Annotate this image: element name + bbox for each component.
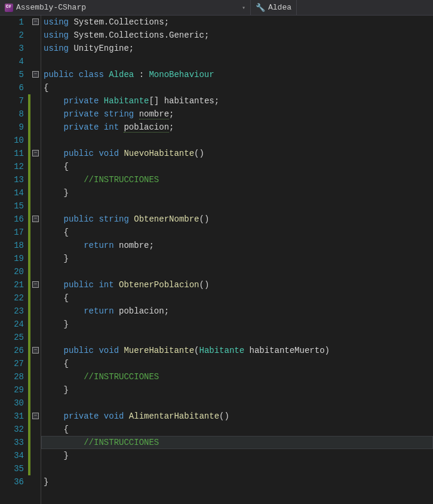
change-marker xyxy=(28,239,30,252)
code-line[interactable] xyxy=(41,134,433,147)
code-line[interactable]: //INSTRUCCIONES xyxy=(41,436,433,449)
fold-toggle[interactable]: − xyxy=(32,281,39,288)
fold-toggle[interactable]: − xyxy=(32,413,39,419)
change-marker xyxy=(28,423,30,436)
line-number: 33 xyxy=(0,436,24,449)
code-line[interactable] xyxy=(41,55,433,68)
change-marker xyxy=(28,344,30,357)
csharp-icon xyxy=(5,4,13,12)
code-line[interactable]: } xyxy=(41,252,433,265)
line-number: 36 xyxy=(0,475,24,488)
fold-toggle[interactable]: − xyxy=(32,216,39,222)
code-line[interactable]: } xyxy=(41,186,433,199)
fold-toggle[interactable]: − xyxy=(32,150,39,156)
line-number: 5 xyxy=(0,68,24,81)
code-line[interactable]: } xyxy=(41,318,433,331)
change-marker xyxy=(28,107,30,121)
change-marker xyxy=(28,199,30,213)
line-number: 20 xyxy=(0,265,24,278)
code-line[interactable]: } xyxy=(41,475,433,488)
code-line[interactable]: { xyxy=(41,423,433,436)
project-name: Assembly-CSharp xyxy=(16,3,86,12)
change-marker xyxy=(28,305,30,318)
code-line[interactable]: //INSTRUCCIONES xyxy=(41,370,433,383)
code-line[interactable]: using System.Collections.Generic; xyxy=(41,29,433,42)
line-number: 8 xyxy=(0,107,24,121)
code-line[interactable] xyxy=(41,265,433,278)
change-marker xyxy=(28,291,30,305)
line-number: 26 xyxy=(0,344,24,357)
code-line[interactable]: //INSTRUCCIONES xyxy=(41,173,433,186)
change-marker xyxy=(28,370,30,383)
code-line[interactable]: { xyxy=(41,160,433,173)
code-line[interactable] xyxy=(41,462,433,475)
line-number: 18 xyxy=(0,239,24,252)
line-number: 30 xyxy=(0,397,24,410)
code-line[interactable]: { xyxy=(41,226,433,239)
code-line[interactable]: { xyxy=(41,81,433,94)
change-marker xyxy=(28,213,30,226)
line-number: 25 xyxy=(0,331,24,344)
line-number-gutter: 1234567891011121314151617181920212223242… xyxy=(0,16,27,504)
line-number: 19 xyxy=(0,252,24,265)
class-selector[interactable]: 🔧 Aldea xyxy=(251,0,297,15)
line-number: 34 xyxy=(0,449,24,462)
line-number: 16 xyxy=(0,213,24,226)
line-number: 22 xyxy=(0,291,24,305)
change-marker xyxy=(28,449,30,462)
change-marker xyxy=(28,173,30,186)
change-marker xyxy=(28,121,30,134)
fold-toggle[interactable]: − xyxy=(32,71,39,78)
code-line[interactable]: { xyxy=(41,357,433,370)
change-marker xyxy=(28,410,30,423)
code-area[interactable]: using System.Collections;using System.Co… xyxy=(41,16,433,504)
change-marker xyxy=(28,160,30,173)
class-icon: 🔧 xyxy=(256,3,265,13)
line-number: 32 xyxy=(0,423,24,436)
code-line[interactable] xyxy=(41,331,433,344)
code-line[interactable]: private Habitante[] habitantes; xyxy=(41,94,433,107)
change-marker xyxy=(28,94,30,107)
change-marker xyxy=(28,147,30,160)
fold-gutter[interactable]: −−−−−−− xyxy=(31,16,41,504)
line-number: 10 xyxy=(0,134,24,147)
code-line[interactable]: private string nombre; xyxy=(41,107,433,121)
code-line[interactable]: using UnityEngine; xyxy=(41,42,433,55)
line-number: 12 xyxy=(0,160,24,173)
change-marker xyxy=(28,134,30,147)
code-line[interactable]: public void MuereHabitante(Habitante hab… xyxy=(41,344,433,357)
code-line[interactable]: using System.Collections; xyxy=(41,16,433,29)
change-marker xyxy=(28,331,30,344)
change-marker xyxy=(28,383,30,397)
code-line[interactable]: private void AlimentarHabitante() xyxy=(41,410,433,423)
code-line[interactable]: public string ObtenerNombre() xyxy=(41,213,433,226)
line-number: 14 xyxy=(0,186,24,199)
change-marker xyxy=(28,436,30,449)
fold-toggle[interactable]: − xyxy=(32,347,39,354)
line-number: 7 xyxy=(0,94,24,107)
change-marker xyxy=(28,357,30,370)
line-number: 24 xyxy=(0,318,24,331)
change-marker xyxy=(28,397,30,410)
fold-toggle[interactable]: − xyxy=(32,19,39,25)
line-number: 4 xyxy=(0,55,24,68)
code-line[interactable]: } xyxy=(41,449,433,462)
code-editor[interactable]: 1234567891011121314151617181920212223242… xyxy=(0,16,433,504)
code-line[interactable]: public class Aldea : MonoBehaviour xyxy=(41,68,433,81)
change-marker xyxy=(28,278,30,291)
code-line[interactable]: public int ObtenerPoblacion() xyxy=(41,278,433,291)
code-line[interactable]: private int poblacion; xyxy=(41,121,433,134)
code-line[interactable]: } xyxy=(41,383,433,397)
code-line[interactable]: return poblacion; xyxy=(41,305,433,318)
line-number: 2 xyxy=(0,29,24,42)
line-number: 21 xyxy=(0,278,24,291)
code-line[interactable]: { xyxy=(41,291,433,305)
code-line[interactable]: public void NuevoHabitante() xyxy=(41,147,433,160)
change-marker xyxy=(28,226,30,239)
code-line[interactable] xyxy=(41,397,433,410)
code-line[interactable]: return nombre; xyxy=(41,239,433,252)
project-selector[interactable]: Assembly-CSharp ▾ xyxy=(0,0,251,15)
line-number: 17 xyxy=(0,226,24,239)
code-line[interactable] xyxy=(41,199,433,213)
line-number: 1 xyxy=(0,16,24,29)
